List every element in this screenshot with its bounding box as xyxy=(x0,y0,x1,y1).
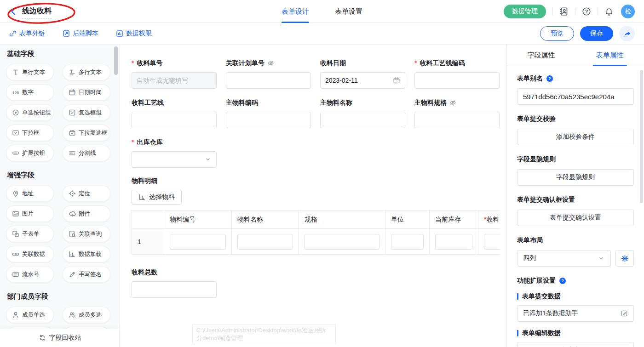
query-icon xyxy=(69,230,76,238)
tab-form-properties[interactable]: 表单属性 xyxy=(575,45,644,66)
field-pill-分割线[interactable]: 分割线 xyxy=(63,145,110,161)
field-pill-扩展按钮[interactable]: 扩展按钮 xyxy=(6,145,54,161)
field-pill-日期时间[interactable]: 日期时间 xyxy=(63,84,110,101)
layout-settings-button[interactable] xyxy=(615,250,634,267)
subtable-cell-input[interactable] xyxy=(484,234,500,250)
subtable-column-header: 规格 xyxy=(299,210,385,229)
field-pill-单选按钮组[interactable]: 单选按钮组 xyxy=(6,104,54,121)
tab-field-properties[interactable]: 字段属性 xyxy=(507,45,575,66)
field-input[interactable] xyxy=(226,72,311,89)
data-manage-button[interactable]: 数据管理 xyxy=(504,5,546,18)
attachment-icon xyxy=(69,210,76,217)
subtable-cell-input[interactable] xyxy=(237,234,293,250)
field-pill-多行文本[interactable]: 多行文本 xyxy=(63,64,110,80)
field-input[interactable] xyxy=(414,72,500,89)
form-layout-label: 表单布局 xyxy=(517,236,634,245)
header-tabs: 表单设计 表单设置 xyxy=(282,0,362,23)
field-pill-grid: 地址定位图片附件子表单关联查询关联数据数据加载流水号手写签名 xyxy=(6,185,119,283)
divider xyxy=(575,8,575,15)
field-pill-成员多选[interactable]: 成员多选 xyxy=(63,307,110,323)
field-pill-成员单选[interactable]: 成员单选 xyxy=(6,307,54,323)
submit-confirm-button[interactable]: 表单提交确认设置 xyxy=(517,210,634,226)
barchart-icon xyxy=(138,193,146,201)
toolbar-actions: 预览 保存 xyxy=(540,26,635,41)
add-validation-button[interactable]: 添加校验条件 xyxy=(517,129,634,145)
field-pill-关联查询[interactable]: 关联查询 xyxy=(63,226,110,242)
sidebar-scrollbar[interactable] xyxy=(114,46,118,75)
field-pill-关联数据[interactable]: 关联数据 xyxy=(6,246,54,262)
tab-form-settings[interactable]: 表单设置 xyxy=(335,0,362,23)
subtable-cell-input[interactable] xyxy=(170,234,226,250)
field-pill-单行文本[interactable]: 单行文本 xyxy=(6,64,54,80)
subtable-cell-input[interactable] xyxy=(391,234,424,250)
toolbar-links: 表单外链 后端脚本 数据权限 xyxy=(9,29,152,38)
field-pill-数据加载[interactable]: 数据加载 xyxy=(63,246,110,262)
field-label: 收料日期 xyxy=(320,58,405,68)
script-icon xyxy=(63,30,70,37)
field-pill-复选框组[interactable]: 复选框组 xyxy=(63,104,110,121)
field-recycle-bin[interactable]: 字段回收站 xyxy=(0,329,120,347)
edit-icon[interactable] xyxy=(621,310,628,317)
select-field[interactable] xyxy=(132,151,217,168)
material-table: 物料编号物料名称规格单位当前库存*收料数1 xyxy=(132,210,500,255)
field-pill-下拉框[interactable]: 下拉框 xyxy=(6,125,54,141)
field-pill-手写签名[interactable]: 手写签名 xyxy=(63,266,110,283)
date-value: 2023-02-11 xyxy=(325,77,358,84)
layout-select[interactable]: 四列 xyxy=(517,250,611,267)
field-pill-流水号[interactable]: 流水号 xyxy=(6,266,54,283)
field-pill-数字[interactable]: 123数字 xyxy=(6,84,54,101)
question-icon[interactable]: ? xyxy=(559,277,566,284)
back-button[interactable] xyxy=(9,7,17,16)
subtable-cell-input[interactable] xyxy=(435,234,472,250)
share-button[interactable] xyxy=(619,26,635,41)
divider xyxy=(552,8,553,15)
field-input[interactable] xyxy=(132,72,217,89)
question-icon[interactable]: ? xyxy=(546,75,553,82)
subtable-clip: 物料编号物料名称规格单位当前库存*收料数1 xyxy=(132,210,500,255)
avatar[interactable]: 检 xyxy=(621,5,635,18)
notification-bell-icon[interactable] xyxy=(604,7,614,16)
panel-scrollbar[interactable] xyxy=(640,70,643,203)
field-input[interactable] xyxy=(132,112,217,128)
field-input[interactable] xyxy=(226,112,311,128)
subtable-cell-input[interactable] xyxy=(305,234,380,250)
form-field: 主物料编码 xyxy=(226,98,311,128)
field-pill-子表单[interactable]: 子表单 xyxy=(6,226,54,242)
field-pill-地址[interactable]: 地址 xyxy=(6,185,54,202)
field-input[interactable] xyxy=(414,112,500,128)
field-pill-图片[interactable]: 图片 xyxy=(6,205,54,222)
field-pill-定位[interactable]: 定位 xyxy=(63,185,110,202)
form-alias-label: 表单别名? xyxy=(517,74,634,83)
save-button[interactable]: 保存 xyxy=(580,26,613,41)
help-icon[interactable]: ? xyxy=(582,7,591,16)
field-pill-grid: 单行文本多行文本123数字日期时间单选按钮组复选框组下拉框下拉复选框扩展按钮分割… xyxy=(6,64,119,161)
subtable-cell xyxy=(385,229,430,255)
contacts-icon[interactable] xyxy=(559,7,569,16)
add-operation-button[interactable]: 添加操作 xyxy=(517,342,634,347)
field-visibility-button[interactable]: 字段显隐规则 xyxy=(517,169,634,186)
sidebar-section-title: 部门成员字段 xyxy=(7,292,119,301)
dataload-icon xyxy=(69,250,76,258)
sidebar-section-title: 增强字段 xyxy=(7,171,119,180)
data-permission-link[interactable]: 数据权限 xyxy=(116,29,152,38)
tab-form-design[interactable]: 表单设计 xyxy=(282,0,309,23)
field-label-text: 主物料规格 xyxy=(414,98,447,107)
field-label-text: 收料工艺线编码 xyxy=(420,58,465,68)
text-multi-icon xyxy=(69,68,76,76)
submit-data-box[interactable]: 已添加1条数据助手 xyxy=(517,305,634,322)
preview-button[interactable]: 预览 xyxy=(540,26,574,41)
field-label: 主物料名称 xyxy=(320,98,405,107)
total-field-input[interactable] xyxy=(132,281,217,298)
member-icon xyxy=(12,311,19,319)
form-alias-input[interactable] xyxy=(517,88,634,105)
field-pill-下拉复选框[interactable]: 下拉复选框 xyxy=(63,125,110,141)
field-input[interactable] xyxy=(320,112,405,128)
date-field[interactable]: 2023-02-11 xyxy=(320,72,405,89)
top-header: 线边收料 表单设计 表单设置 数据管理 ? 检 xyxy=(0,0,644,23)
form-field: *收料工艺线编码 xyxy=(414,58,500,89)
form-external-link[interactable]: 表单外链 xyxy=(9,29,45,38)
total-field: 收料总数 xyxy=(132,267,217,298)
select-material-button[interactable]: 选择物料 xyxy=(132,190,182,205)
backend-script-link[interactable]: 后端脚本 xyxy=(63,29,98,38)
field-pill-附件[interactable]: 附件 xyxy=(63,205,110,222)
